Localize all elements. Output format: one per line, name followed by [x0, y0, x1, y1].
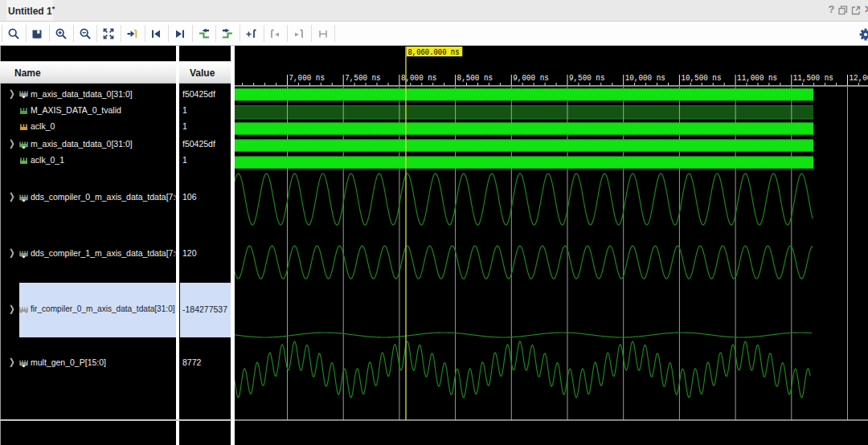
svg-text:10,000 ns: 10,000 ns	[625, 73, 665, 83]
svg-text:8,500 ns: 8,500 ns	[457, 73, 493, 83]
svg-text:9,500 ns: 9,500 ns	[569, 73, 605, 83]
svg-text:7,500 ns: 7,500 ns	[345, 73, 381, 83]
svg-text:9,000 ns: 9,000 ns	[513, 73, 549, 83]
svg-text:11,500 ns: 11,500 ns	[793, 73, 833, 83]
svg-text:11,000 ns: 11,000 ns	[737, 73, 777, 83]
svg-text:10,500 ns: 10,500 ns	[681, 73, 721, 83]
svg-text:7,000 ns: 7,000 ns	[289, 73, 326, 83]
svg-text:12,000 ns: 12,000 ns	[850, 73, 868, 83]
svg-text:8,060.000 ns: 8,060.000 ns	[408, 47, 460, 57]
